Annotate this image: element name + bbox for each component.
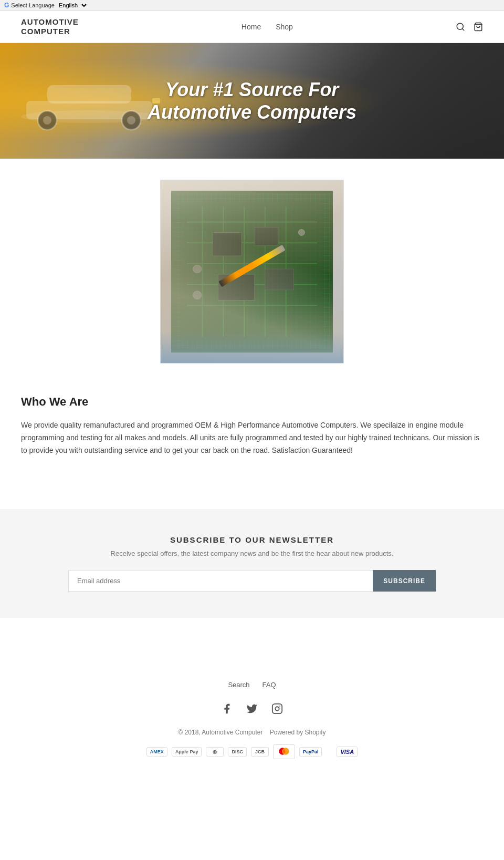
- subscribe-button[interactable]: SUBSCRIBE: [373, 570, 436, 592]
- cart-button[interactable]: [474, 22, 483, 32]
- language-select[interactable]: English Spanish French: [57, 2, 88, 9]
- header-icons: [456, 22, 483, 32]
- search-icon: [456, 22, 465, 32]
- site-header: AUTOMOTIVE COMPUTER Home Shop: [0, 11, 504, 43]
- newsletter-subtext: Receive special offers, the latest compa…: [21, 550, 483, 557]
- paypal-icon: PayPal: [299, 747, 322, 757]
- mastercard-icon: [273, 744, 295, 759]
- svg-rect-5: [47, 85, 131, 103]
- visa-icon: VISA: [337, 747, 358, 757]
- who-we-are-body: We provide quality remanufactured and pr…: [21, 419, 483, 457]
- site-logo[interactable]: AUTOMOTIVE COMPUTER: [21, 17, 79, 36]
- google-g-icon: G: [4, 2, 9, 9]
- blank-icon: [326, 750, 332, 753]
- nav-home[interactable]: Home: [242, 23, 261, 31]
- who-we-are-section: Who We Are We provide quality remanufact…: [21, 385, 483, 488]
- payment-icons: AMEX Apple Pay ◎ DISC JCB PayPal VISA: [21, 744, 483, 759]
- search-button[interactable]: [456, 22, 465, 32]
- svg-point-9: [127, 116, 135, 125]
- svg-rect-29: [272, 704, 282, 713]
- twitter-icon[interactable]: [245, 701, 259, 716]
- diners-icon: ◎: [206, 747, 224, 757]
- amex-icon: AMEX: [146, 747, 167, 757]
- bottom-blue-visual: [161, 331, 343, 363]
- footer-social: [21, 701, 483, 716]
- footer-faq-link[interactable]: FAQ: [262, 681, 276, 689]
- shopify-link[interactable]: Powered by Shopify: [270, 729, 326, 736]
- newsletter-form: SUBSCRIBE: [68, 570, 436, 592]
- nav-shop[interactable]: Shop: [276, 23, 293, 31]
- instagram-icon[interactable]: [270, 701, 285, 716]
- hero-section: Your #1 Source For Automotive Computers: [0, 43, 504, 159]
- product-image-container: [21, 180, 483, 364]
- translate-label: Select Language: [11, 2, 55, 8]
- footer-links: Search FAQ: [21, 681, 483, 689]
- discover-icon: DISC: [228, 747, 247, 757]
- spacer: [0, 618, 504, 660]
- jcb-icon: JCB: [251, 747, 269, 757]
- who-we-are-heading: Who We Are: [21, 395, 483, 409]
- footer-search-link[interactable]: Search: [228, 681, 249, 689]
- main-content: Who We Are We provide quality remanufact…: [0, 159, 504, 509]
- main-nav: Home Shop: [242, 23, 293, 31]
- hero-headline: Your #1 Source For Automotive Computers: [137, 78, 367, 123]
- facebook-icon[interactable]: [219, 701, 234, 716]
- product-image: [160, 180, 344, 364]
- cart-icon: [474, 22, 483, 32]
- footer-copyright: © 2018, Automotive Computer Powered by S…: [21, 729, 483, 736]
- site-footer: Search FAQ © 2018, Automotive Computer P…: [0, 660, 504, 770]
- svg-line-1: [462, 28, 464, 30]
- translate-bar: G Select Language English Spanish French: [0, 0, 504, 11]
- applepay-icon: Apple Pay: [172, 747, 202, 757]
- email-input[interactable]: [68, 570, 373, 592]
- newsletter-heading: SUBSCRIBE TO OUR NEWSLETTER: [21, 535, 483, 544]
- newsletter-section: SUBSCRIBE TO OUR NEWSLETTER Receive spec…: [0, 509, 504, 618]
- svg-point-7: [43, 116, 51, 125]
